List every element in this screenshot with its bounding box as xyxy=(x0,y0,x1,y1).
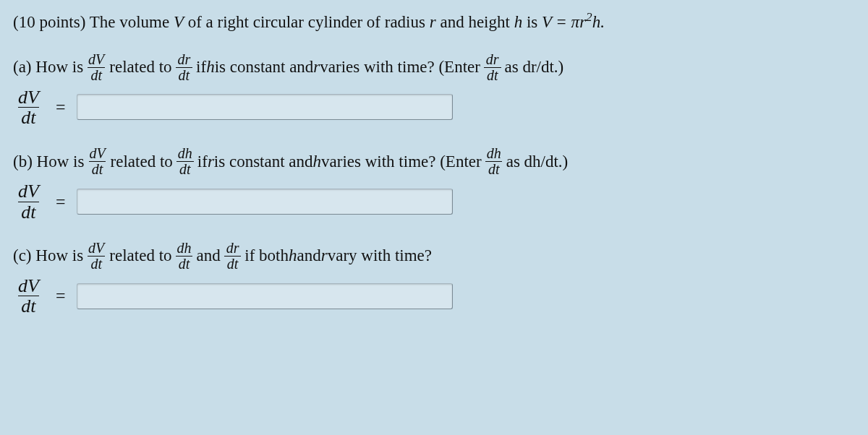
part-c-r: r xyxy=(321,246,328,265)
part-b-mid3: is constant and xyxy=(214,152,313,171)
frac-num: dr xyxy=(485,52,501,67)
frac-num: dh xyxy=(176,241,193,256)
frac-den: dt xyxy=(176,256,193,272)
problem-intro: (10 points) The volume V of a right circ… xyxy=(13,10,855,32)
frac-den: dt xyxy=(88,256,105,272)
frac-den: dt xyxy=(224,256,242,272)
frac-den: dt xyxy=(89,161,106,177)
part-a-mid2: if xyxy=(196,58,206,77)
part-c-question: (c) How is dV dt related to dh dt and dr… xyxy=(13,241,855,272)
part-b-mid1: related to xyxy=(111,152,173,171)
intro-eq: V = πr xyxy=(542,13,586,31)
part-c-h: h xyxy=(289,246,297,265)
frac-dV-dt-c-ans: dV dt xyxy=(17,276,41,316)
frac-dr-dt-a: dr dt xyxy=(176,52,193,83)
frac-num: dr xyxy=(225,241,241,256)
intro-formula: V = πr2h. xyxy=(542,13,605,31)
frac-num: dV xyxy=(17,276,41,296)
part-c-mid3: if both xyxy=(244,246,289,265)
frac-dh-dt-b: dh dt xyxy=(176,146,194,177)
frac-dr-dt-a2: dr dt xyxy=(484,52,501,83)
equals-sign: = xyxy=(56,286,66,306)
frac-dV-dt-c: dV dt xyxy=(87,241,106,272)
part-a-label: (a) How is xyxy=(13,58,83,77)
frac-dh-dt-c: dh dt xyxy=(176,241,193,272)
part-a-question: (a) How is dV dt related to dr dt if h i… xyxy=(13,52,855,83)
part-a-mid1: related to xyxy=(109,58,171,77)
equals-sign: = xyxy=(56,192,66,212)
frac-dr-dt-c: dr dt xyxy=(224,241,242,272)
part-a-input[interactable] xyxy=(77,94,453,120)
part-b: (b) How is dV dt related to dh dt if r i… xyxy=(13,146,855,222)
intro-t4: is xyxy=(522,13,542,31)
part-b-mid2: if xyxy=(197,152,208,171)
part-a-mid5: as dr/dt.) xyxy=(505,58,564,77)
part-b-mid4: varies with time? (Enter xyxy=(321,152,482,171)
frac-num: dr xyxy=(176,52,192,67)
intro-sup: 2 xyxy=(586,10,592,24)
part-a-h: h xyxy=(206,58,215,77)
intro-h: h xyxy=(514,13,523,31)
frac-den: dt xyxy=(176,161,194,177)
intro-t3: and height xyxy=(436,13,514,31)
part-c-mid2: and xyxy=(197,246,221,265)
frac-num: dV xyxy=(87,52,106,67)
frac-dV-dt-b-ans: dV dt xyxy=(17,181,41,222)
frac-num: dh xyxy=(485,146,503,161)
part-b-label: (b) How is xyxy=(13,152,84,171)
part-c-mid5: vary with time? xyxy=(328,246,432,265)
part-c-label: (c) How is xyxy=(13,246,83,265)
intro-eq2: h. xyxy=(592,13,605,31)
part-c-mid4: and xyxy=(297,246,321,265)
part-a-mid3: is constant and xyxy=(215,58,314,77)
frac-den: dt xyxy=(88,67,105,83)
part-b-h: h xyxy=(313,152,322,171)
part-c-mid1: related to xyxy=(109,246,171,265)
part-b-r: r xyxy=(208,152,214,171)
intro-t1: The volume xyxy=(90,13,174,31)
points-label: (10 points) xyxy=(13,13,90,31)
part-b-mid5: as dh/dt.) xyxy=(506,152,569,171)
part-c-answer-row: dV dt = xyxy=(13,276,855,316)
part-b-question: (b) How is dV dt related to dh dt if r i… xyxy=(13,146,855,177)
intro-r: r xyxy=(430,13,436,31)
part-b-answer-row: dV dt = xyxy=(13,181,855,222)
frac-den: dt xyxy=(176,67,193,83)
frac-den: dt xyxy=(18,202,38,222)
frac-dV-dt-b: dV dt xyxy=(88,146,106,177)
frac-num: dV xyxy=(17,87,41,107)
frac-dh-dt-b2: dh dt xyxy=(485,146,503,177)
frac-num: dV xyxy=(17,181,41,201)
frac-num: dV xyxy=(88,146,106,161)
intro-V: V xyxy=(174,13,184,31)
frac-dV-dt-a-ans: dV dt xyxy=(17,87,41,128)
part-b-input[interactable] xyxy=(77,189,453,215)
equals-sign: = xyxy=(56,98,66,117)
frac-num: dh xyxy=(176,146,194,161)
part-a: (a) How is dV dt related to dr dt if h i… xyxy=(13,52,855,128)
frac-den: dt xyxy=(18,296,38,316)
frac-den: dt xyxy=(484,67,501,83)
frac-den: dt xyxy=(485,161,503,177)
part-a-r: r xyxy=(313,58,320,77)
frac-dV-dt-a: dV dt xyxy=(87,52,106,83)
intro-t2: of a right circular cylinder of radius xyxy=(184,13,430,31)
frac-num: dV xyxy=(87,241,106,256)
part-c-input[interactable] xyxy=(77,283,453,309)
part-a-answer-row: dV dt = xyxy=(13,87,855,128)
part-c: (c) How is dV dt related to dh dt and dr… xyxy=(13,241,855,316)
part-a-mid4: varies with time? (Enter xyxy=(320,58,480,77)
frac-den: dt xyxy=(18,107,38,127)
